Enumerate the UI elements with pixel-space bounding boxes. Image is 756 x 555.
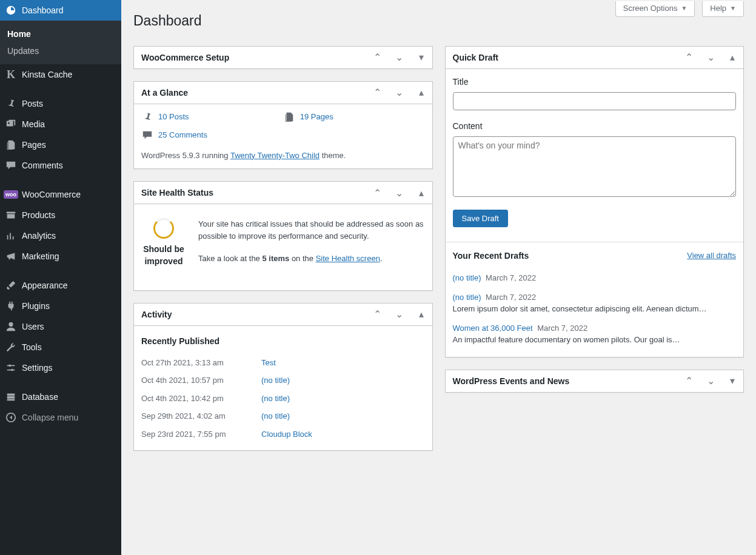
activity-date: Oct 4th 2021, 10:57 pm	[141, 374, 250, 387]
chevron-down-icon: ⌄	[395, 52, 403, 63]
move-up-button[interactable]: ⌃	[367, 82, 389, 104]
view-all-drafts-link[interactable]: View all drafts	[687, 250, 736, 262]
toggle-panel-button[interactable]: ▾	[721, 370, 743, 392]
sidebar-item-posts[interactable]: Posts	[0, 93, 121, 114]
draft-title-link[interactable]: (no title)	[453, 293, 481, 302]
caret-down-icon: ▾	[730, 375, 735, 387]
widget-title: At a Glance	[134, 82, 367, 104]
sidebar-item-label: Comments	[22, 155, 63, 176]
toggle-panel-button[interactable]: ▴	[410, 82, 432, 104]
sidebar-item-analytics[interactable]: Analytics	[0, 225, 121, 246]
dashboard-icon	[0, 0, 22, 21]
move-up-button[interactable]: ⌃	[678, 370, 700, 392]
svg-point-0	[8, 122, 10, 124]
glance-link[interactable]: 10 Posts	[158, 111, 189, 123]
draft-excerpt: An impactful feature documentary on wome…	[453, 334, 737, 346]
widget-woocommerce-setup: WooCommerce Setup ⌃ ⌄ ▾	[133, 46, 433, 69]
site-health-indicator: Should be improved	[141, 218, 186, 276]
activity-date: Sep 29th 2021, 4:02 am	[141, 410, 250, 422]
sidebar-item-tools[interactable]: Tools	[0, 337, 121, 357]
move-down-button[interactable]: ⌄	[389, 304, 410, 325]
toggle-panel-button[interactable]: ▴	[410, 304, 432, 325]
collapse-menu-button[interactable]: Collapse menu	[0, 407, 121, 428]
sidebar-item-database[interactable]: Database	[0, 387, 121, 407]
draft-content-label: Content	[453, 120, 737, 133]
help-toggle[interactable]: Help ▼	[702, 1, 744, 17]
archive-icon	[0, 205, 22, 225]
activity-post-link[interactable]: (no title)	[261, 410, 290, 422]
move-down-button[interactable]: ⌄	[700, 47, 721, 68]
sidebar-item-comments[interactable]: Comments	[0, 155, 121, 176]
glance-item: 10 Posts	[141, 111, 283, 129]
site-health-link[interactable]: Site Health screen	[316, 254, 380, 263]
sidebar-item-pages[interactable]: Pages	[0, 135, 121, 155]
glance-link[interactable]: 25 Comments	[158, 129, 207, 141]
collapse-label: Collapse menu	[22, 407, 78, 428]
save-draft-button[interactable]: Save Draft	[453, 210, 508, 227]
activity-post-link[interactable]: Cloudup Block	[261, 428, 312, 440]
site-health-details: Your site has critical issues that shoul…	[198, 218, 425, 276]
move-up-button[interactable]: ⌃	[367, 47, 389, 68]
activity-post-link[interactable]: Test	[261, 357, 276, 369]
widget-at-a-glance: At a Glance ⌃ ⌄ ▴ 10 Posts19 Pages25 Com…	[133, 81, 433, 170]
move-down-button[interactable]: ⌄	[700, 370, 721, 392]
move-up-button[interactable]: ⌃	[367, 182, 389, 204]
move-down-button[interactable]: ⌄	[389, 82, 410, 104]
chevron-down-icon: ⌄	[707, 52, 715, 63]
svg-point-2	[8, 365, 11, 367]
draft-title-label: Title	[453, 76, 737, 88]
move-down-button[interactable]: ⌄	[389, 182, 410, 204]
sidebar-item-plugins[interactable]: Plugins	[0, 296, 121, 316]
move-up-button[interactable]: ⌃	[367, 304, 389, 325]
pin-icon	[0, 93, 22, 114]
toggle-panel-button[interactable]: ▴	[721, 47, 743, 68]
spinner-icon	[153, 218, 174, 239]
sidebar-item-dashboard[interactable]: Dashboard	[0, 0, 121, 21]
activity-date: Oct 4th 2021, 10:42 pm	[141, 393, 250, 405]
sidebar-item-woocommerce[interactable]: wooWooCommerce	[0, 184, 121, 205]
sidebar-item-products[interactable]: Products	[0, 205, 121, 225]
sidebar-item-users[interactable]: Users	[0, 316, 121, 337]
chevron-up-icon: ⌃	[373, 52, 381, 63]
widget-title: WooCommerce Setup	[134, 47, 367, 68]
glance-link[interactable]: 19 Pages	[300, 111, 333, 123]
activity-post-link[interactable]: (no title)	[261, 393, 290, 405]
sidebar-item-appearance[interactable]: Appearance	[0, 275, 121, 296]
theme-link[interactable]: Twenty Twenty-Two Child	[230, 151, 319, 160]
draft-title-input[interactable]	[453, 92, 737, 110]
draft-content-textarea[interactable]	[453, 136, 737, 197]
sidebar-subitem-home[interactable]: Home	[0, 25, 121, 42]
wrench-icon	[0, 337, 22, 357]
caret-down-icon: ▼	[730, 5, 736, 12]
toggle-panel-button[interactable]: ▾	[410, 47, 432, 68]
chevron-up-icon: ⌃	[685, 52, 693, 63]
sidebar-item-marketing[interactable]: Marketing	[0, 246, 121, 267]
glance-item: 25 Comments	[141, 129, 283, 147]
recent-drafts-heading: Your Recent Drafts	[453, 250, 529, 262]
sidebar-item-settings[interactable]: Settings	[0, 357, 121, 378]
draft-item: (no title) March 7, 2022Lorem ipsum dolo…	[453, 288, 737, 319]
sidebar-item-media[interactable]: Media	[0, 114, 121, 135]
draft-title-link[interactable]: Women at 36,000 Feet	[453, 324, 533, 333]
comment-icon	[0, 155, 22, 176]
woo-icon: woo	[0, 184, 22, 205]
recent-drafts-section: Your Recent Drafts View all drafts (no t…	[446, 242, 744, 357]
sidebar-item-kinsta-cache[interactable]: KKinsta Cache	[0, 64, 121, 85]
widget-activity: Activity ⌃ ⌄ ▴ Recently Published Oct 27…	[133, 303, 433, 451]
move-down-button[interactable]: ⌄	[389, 47, 410, 68]
sidebar-item-label: Settings	[22, 357, 53, 378]
sidebar-item-label: Products	[22, 205, 55, 225]
sliders-icon	[0, 357, 22, 378]
chevron-down-icon: ⌄	[707, 375, 715, 387]
draft-title-link[interactable]: (no title)	[453, 273, 481, 282]
widget-site-health: Site Health Status ⌃ ⌄ ▴ Should be impro…	[133, 181, 433, 291]
activity-post-link[interactable]: (no title)	[261, 374, 290, 387]
screen-options-toggle[interactable]: Screen Options ▼	[615, 1, 695, 17]
comment-icon	[141, 129, 153, 141]
move-up-button[interactable]: ⌃	[678, 47, 700, 68]
toggle-panel-button[interactable]: ▴	[410, 182, 432, 204]
chevron-down-icon: ⌄	[395, 187, 403, 199]
plug-icon	[0, 296, 22, 316]
main-content: Screen Options ▼ Help ▼ Dashboard WooCom…	[121, 0, 756, 487]
sidebar-subitem-updates[interactable]: Updates	[0, 42, 121, 59]
